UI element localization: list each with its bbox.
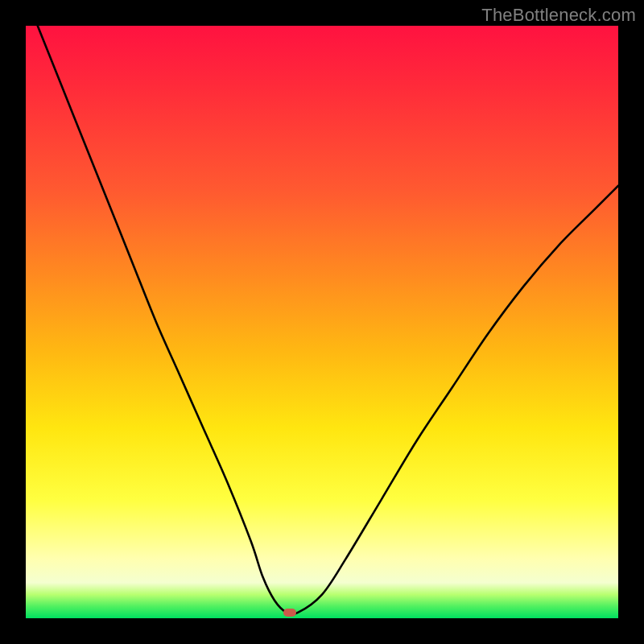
plot-area (26, 26, 618, 618)
chart-frame: TheBottleneck.com (0, 0, 644, 644)
bottleneck-curve (26, 26, 618, 618)
watermark-text: TheBottleneck.com (481, 5, 636, 26)
optimum-marker (283, 609, 296, 617)
